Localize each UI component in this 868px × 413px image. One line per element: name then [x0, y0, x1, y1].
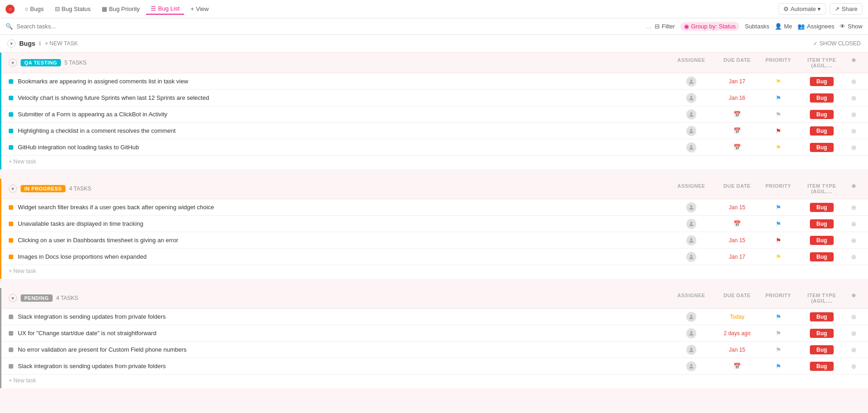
- search-icon: 🔍: [5, 23, 13, 30]
- task-settings[interactable]: ⊕: [847, 220, 861, 228]
- share-button[interactable]: ↗ Share: [830, 3, 863, 15]
- pending-columns: ASSIGNEE DUE DATE PRIORITY ITEM TYPE (AG…: [668, 293, 861, 304]
- table-row[interactable]: Widget search filter breaks if a user go…: [1, 199, 868, 216]
- settings-col-header: ⊕: [847, 293, 861, 304]
- task-settings[interactable]: ⊕: [847, 204, 861, 211]
- pending-collapse-button[interactable]: ▼: [9, 294, 17, 302]
- table-row[interactable]: Bookmarks are appearing in assigned comm…: [1, 73, 868, 90]
- more-options[interactable]: ...: [646, 23, 651, 30]
- status-dot: [9, 96, 13, 100]
- automate-button[interactable]: ⚙ Automate ▾: [778, 3, 826, 15]
- nav-add-view[interactable]: + View: [186, 4, 213, 14]
- bugs-info-icon[interactable]: ℹ: [39, 40, 41, 47]
- task-due-date: 📅: [714, 111, 760, 118]
- app-logo[interactable]: [5, 5, 15, 14]
- task-settings[interactable]: ⊕: [847, 237, 861, 244]
- assignees-button[interactable]: 👥 Assignees: [797, 23, 834, 30]
- priority-flag-icon: ⚑: [776, 346, 781, 353]
- priority-flag-icon: ⚑: [776, 253, 781, 261]
- task-priority: ⚑: [760, 346, 797, 353]
- svg-point-8: [690, 255, 693, 257]
- avatar: [686, 76, 696, 87]
- section-divider: [0, 169, 868, 179]
- task-name: Submitter of a Form is appearing as a Cl…: [18, 111, 668, 118]
- task-cols: 📅 ⚑ Bug ⊕: [668, 361, 861, 371]
- table-row[interactable]: Slack integration is sending updates fro…: [1, 358, 868, 375]
- task-assignee: [668, 328, 714, 338]
- task-settings[interactable]: ⊕: [847, 78, 861, 85]
- bugs-collapse-button[interactable]: ▼: [7, 39, 16, 48]
- priority-flag-icon: ⚑: [776, 313, 781, 321]
- settings-icon: ⊕: [851, 127, 857, 135]
- table-row[interactable]: Slack integration is sending updates fro…: [1, 309, 868, 325]
- task-item-type: Bug: [797, 312, 847, 321]
- table-row[interactable]: UX for "Change start/due date" is not st…: [1, 325, 868, 342]
- priority-flag-icon: ⚑: [776, 78, 781, 85]
- bug-badge: Bug: [810, 203, 833, 212]
- me-button[interactable]: 👤 Me: [775, 23, 792, 30]
- task-settings[interactable]: ⊕: [847, 127, 861, 135]
- table-row[interactable]: Submitter of a Form is appearing as a Cl…: [1, 106, 868, 123]
- add-task-inprogress[interactable]: + New task: [1, 265, 868, 279]
- show-closed-button[interactable]: ✓ SHOW CLOSED: [813, 40, 861, 47]
- task-settings[interactable]: ⊕: [847, 363, 861, 370]
- task-priority: ⚑: [760, 330, 797, 337]
- table-row[interactable]: Images in Docs lose proportions when exp…: [1, 249, 868, 265]
- nav-bugs[interactable]: ○ Bugs: [20, 4, 49, 14]
- new-task-button[interactable]: + NEW TASK: [45, 40, 78, 47]
- task-due-date: Jan 17: [714, 78, 760, 85]
- svg-point-9: [690, 315, 693, 317]
- task-settings[interactable]: ⊕: [847, 111, 861, 118]
- show-button[interactable]: 👁 Show: [840, 23, 863, 30]
- qa-collapse-button[interactable]: ▼: [9, 59, 17, 67]
- task-settings[interactable]: ⊕: [847, 346, 861, 353]
- avatar: [686, 361, 696, 371]
- itemtype-col-header: ITEM TYPE (AGIL....: [797, 57, 847, 68]
- table-row[interactable]: GitHub integration not loading tasks to …: [1, 139, 868, 156]
- task-item-type: Bug: [797, 219, 847, 228]
- bugs-header: ▼ Bugs ℹ + NEW TASK ✓ SHOW CLOSED: [0, 35, 868, 53]
- duedate-col-header: DUE DATE: [714, 293, 760, 304]
- task-item-type: Bug: [797, 203, 847, 212]
- add-task-qa[interactable]: + New task: [1, 156, 868, 169]
- inprogress-collapse-button[interactable]: ▼: [9, 185, 17, 193]
- table-row[interactable]: Velocity chart is showing future Sprints…: [1, 90, 868, 106]
- task-item-type: Bug: [797, 143, 847, 152]
- task-settings[interactable]: ⊕: [847, 144, 861, 151]
- task-settings[interactable]: ⊕: [847, 330, 861, 337]
- bug-badge: Bug: [810, 362, 833, 371]
- bug-badge: Bug: [810, 93, 833, 103]
- task-priority: ⚑: [760, 253, 797, 261]
- task-settings[interactable]: ⊕: [847, 253, 861, 261]
- avatar: [686, 235, 696, 245]
- nav-bug-list[interactable]: ☰ Bug List: [146, 3, 184, 15]
- search-input[interactable]: [16, 23, 641, 30]
- toolbar-right: ⊟ Filter ◉ Group by: Status Subtasks 👤 M…: [655, 22, 863, 31]
- table-row[interactable]: No error validation are present for Cust…: [1, 342, 868, 358]
- task-settings[interactable]: ⊕: [847, 94, 861, 102]
- bug-badge: Bug: [810, 143, 833, 152]
- subtasks-button[interactable]: Subtasks: [745, 23, 769, 30]
- group-by-button[interactable]: ◉ Group by: Status: [680, 22, 739, 31]
- table-row[interactable]: Highlighting a checklist in a comment re…: [1, 123, 868, 139]
- task-item-type: Bug: [797, 236, 847, 245]
- table-row[interactable]: Clicking on a user in Dashboards timeshe…: [1, 232, 868, 249]
- show-icon: 👁: [840, 23, 846, 30]
- bug-badge: Bug: [810, 345, 833, 354]
- priority-flag-icon: ⚑: [776, 237, 781, 244]
- nav-bug-priority[interactable]: ▦ Bug Priority: [97, 4, 144, 14]
- priority-flag-icon: ⚑: [776, 204, 781, 211]
- task-settings[interactable]: ⊕: [847, 313, 861, 321]
- add-task-pending[interactable]: + New task: [1, 375, 868, 388]
- task-name: UX for "Change start/due date" is not st…: [18, 330, 668, 337]
- priority-flag-icon: ⚑: [776, 127, 781, 135]
- task-due-date: Jan 16: [714, 95, 760, 101]
- nav-bug-status[interactable]: ⊟ Bug Status: [50, 4, 96, 14]
- table-row[interactable]: Unavailable tasks are displayed in time …: [1, 216, 868, 232]
- task-item-type: Bug: [797, 252, 847, 261]
- task-assignee: [668, 219, 714, 229]
- bug-badge: Bug: [810, 219, 833, 228]
- bug-badge: Bug: [810, 126, 833, 136]
- bug-list-icon: ☰: [151, 5, 156, 12]
- filter-button[interactable]: ⊟ Filter: [655, 23, 675, 30]
